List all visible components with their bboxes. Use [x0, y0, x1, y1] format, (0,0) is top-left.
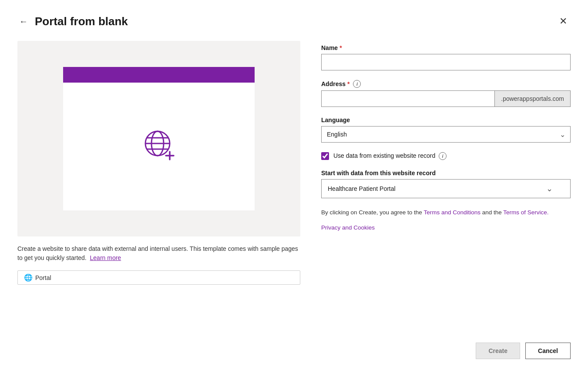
back-button[interactable]: ← [17, 15, 30, 28]
globe-icon-container [139, 123, 178, 163]
globe-plus-icon [139, 123, 178, 163]
name-required-star: * [339, 44, 342, 51]
address-input-row: .powerappsportals.com [321, 90, 571, 107]
address-label: Address * i [321, 80, 571, 88]
dialog-body: Create a website to share data with exte… [17, 41, 571, 322]
learn-more-link[interactable]: Learn more [90, 254, 121, 261]
cancel-button[interactable]: Cancel [525, 343, 571, 359]
portal-tag-icon: 🌐 [24, 273, 33, 282]
language-label: Language [321, 117, 571, 123]
privacy-cookies-link[interactable]: Privacy and Cookies [321, 224, 571, 231]
checkbox-info-icon: i [439, 152, 447, 160]
address-required-star: * [347, 80, 349, 87]
language-field-group: Language English French German Spanish ⌄ [321, 117, 571, 143]
terms-text: By clicking on Create, you agree to the … [321, 208, 571, 217]
preview-inner [63, 67, 255, 210]
website-record-label: Start with data from this website record [321, 170, 571, 177]
preview-box [17, 41, 300, 236]
portal-dialog: ← Portal from blank ✕ [0, 0, 588, 373]
left-panel: Create a website to share data with exte… [17, 41, 300, 322]
checkbox-row: Use data from existing website record i [321, 152, 571, 160]
portal-description: Create a website to share data with exte… [17, 244, 300, 263]
address-input[interactable] [322, 91, 494, 107]
terms-service-link[interactable]: Terms of Service. [503, 209, 548, 216]
back-icon: ← [19, 17, 28, 27]
terms-conditions-link[interactable]: Terms and Conditions [423, 209, 480, 216]
language-select[interactable]: English French German Spanish [321, 126, 571, 143]
dropdown-chevron-icon: ⌄ [546, 184, 553, 193]
preview-bar [63, 67, 255, 83]
create-button[interactable]: Create [476, 343, 520, 359]
address-field-group: Address * i .powerappsportals.com [321, 80, 571, 107]
dialog-title: Portal from blank [35, 15, 556, 28]
close-button[interactable]: ✕ [556, 14, 571, 29]
close-icon: ✕ [559, 16, 567, 27]
website-record-value: Healthcare Patient Portal [328, 185, 396, 192]
use-data-checkbox[interactable] [321, 152, 329, 160]
checkbox-label[interactable]: Use data from existing website record i [333, 152, 447, 160]
portal-tag: 🌐 Portal [17, 270, 300, 285]
name-label: Name * [321, 44, 571, 51]
name-field-group: Name * [321, 44, 571, 70]
website-record-dropdown-container: Healthcare Patient Portal ⌄ [321, 179, 571, 198]
website-record-group: Start with data from this website record… [321, 170, 571, 198]
dialog-footer: Create Cancel [17, 336, 571, 359]
right-panel: Name * Address * i .powerappsportals.com [321, 41, 571, 322]
address-info-icon: i [353, 80, 361, 88]
dialog-header: ← Portal from blank ✕ [17, 14, 571, 29]
address-suffix: .powerappsportals.com [494, 91, 570, 107]
language-select-container: English French German Spanish ⌄ [321, 126, 571, 143]
portal-tag-label: Portal [35, 274, 51, 281]
name-input[interactable] [321, 54, 571, 70]
website-record-dropdown[interactable]: Healthcare Patient Portal ⌄ [321, 179, 571, 198]
